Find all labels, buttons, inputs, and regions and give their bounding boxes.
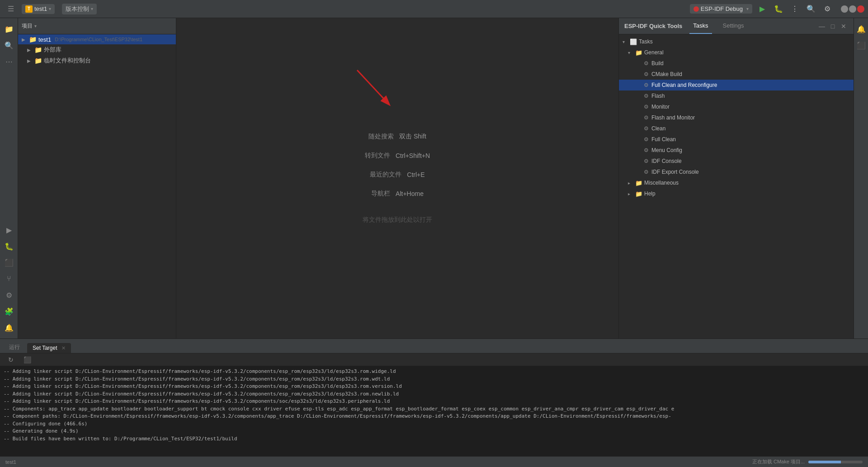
sidebar-item-more[interactable]: ⋯ [2,54,16,69]
panel-close-btn[interactable]: ✕ [839,22,848,31]
tasks-root-arrow: ▾ [623,39,628,44]
right-panel-header: ESP-IDF Quick Tools Tasks Settings — □ ✕ [619,18,854,34]
search-button[interactable]: 🔍 [805,3,817,15]
sidebar-item-plugins[interactable]: 🧩 [2,304,16,319]
task-idf-export-console[interactable]: ▸ ⚙ IDF Export Console [619,167,854,177]
task-build[interactable]: ▸ ⚙ Build [619,58,854,69]
project-selector[interactable]: T test1 ▾ [22,4,55,14]
settings-button[interactable]: ⚙ [821,3,834,15]
sidebar-item-folder[interactable]: 📁 [2,22,16,36]
task-cmake-build[interactable]: ▸ ⚙ CMake Build [619,69,854,80]
title-bar-left: ☰ T test1 ▾ 版本控制 ▾ [4,2,97,16]
task-flash[interactable]: ▸ ⚙ Flash [619,91,854,101]
tasks-miscellaneous-folder[interactable]: ▸ 📁 Miscellaneous [619,177,854,188]
debug-dropdown-icon: ▾ [746,6,749,11]
misc-arrow: ▸ [628,181,633,186]
right-icon-notifications[interactable]: 🔔 [854,22,868,36]
cmake-progress-fill [808,461,841,463]
task-full-clean-reconfigure[interactable]: ▸ ⚙ Full Clean and Reconfigure [619,80,854,91]
tab-settings[interactable]: Settings [719,18,748,34]
more-actions-button[interactable]: ⋮ [788,3,801,15]
cmake-label: CMake Build [651,71,850,77]
tree-item-external-lib[interactable]: ▶ 📁 外部库 [18,44,176,55]
console-line-9: -- Build files have been written to: D:/… [4,435,864,443]
annotation-arrow [348,61,402,115]
right-icon-bar: 🔔 ⬛ [854,18,868,338]
tree-item-test1[interactable]: ▶ 📁 test1 D:\Programme\CLion_Test\ESP32\… [18,34,176,44]
bottom-tab-set-target[interactable]: Set Target ✕ [27,343,71,353]
task-menu-config[interactable]: ▸ ⚙ Menu Config [619,145,854,156]
task-idf-console[interactable]: ▸ ⚙ IDF Console [619,156,854,167]
panel-minimize-btn[interactable]: — [817,22,826,31]
general-folder-icon: 📁 [635,49,642,56]
status-loading-label: 正在加载 CMake 项目... [752,458,805,465]
project-icon: T [25,5,33,13]
project-panel: 项目 ▾ ▶ 📁 test1 D:\Programme\CLion_Test\E… [18,18,176,338]
svg-line-1 [357,70,389,104]
vcs-label: 版本控制 [66,5,89,13]
help-folder-icon: 📁 [635,190,642,197]
task-monitor[interactable]: ▸ ⚙ Monitor [619,101,854,112]
console-line-6: -- Component paths: D:/CLion-Environment… [4,413,864,420]
tree-label-external: 外部库 [44,46,61,54]
console-stop-btn[interactable]: ⬛ [20,353,34,367]
tree-folder-icon-test1: 📁 [29,36,37,43]
status-project[interactable]: test1 [5,459,16,465]
console-output: -- Adding linker script D:/CLion-Environ… [0,366,868,456]
monitor-icon: ⚙ [642,103,650,110]
sidebar-item-terminal[interactable]: ⬛ [2,255,16,270]
close-button[interactable] [857,5,864,13]
debug-button[interactable]: 🐛 [772,3,785,15]
sidebar-item-run[interactable]: ▶ [2,223,16,237]
maximize-button[interactable] [849,5,856,13]
bottom-tabs: 运行 Set Target ✕ [0,339,868,353]
project-panel-dropdown[interactable]: ▾ [34,24,37,29]
project-dropdown-icon: ▾ [49,6,51,11]
sidebar-item-settings[interactable]: ⚙ [2,288,16,302]
sidebar-item-search[interactable]: 🔍 [2,38,16,52]
sidebar-item-notifications[interactable]: 🔔 [2,320,16,335]
fcr-icon: ⚙ [642,81,650,89]
mc-label: Menu Config [651,147,850,153]
fm-label: Flash and Monitor [651,114,850,121]
task-full-clean[interactable]: ▸ ⚙ Full Clean [619,134,854,145]
tasks-root[interactable]: ▾ ⬜ Tasks [619,36,854,47]
debug-config-selector[interactable]: ESP-IDF Debug ▾ [690,4,752,14]
tasks-help-folder[interactable]: ▸ 📁 Help [619,188,854,199]
tree-item-temp-files[interactable]: ▶ 📁 临时文件和控制台 [18,55,176,66]
build-label: Build [651,60,850,67]
sidebar-item-debug[interactable]: 🐛 [2,239,16,253]
navbar-label: 导航栏 [371,190,390,198]
bottom-tab-run[interactable]: 运行 [4,342,25,353]
tree-label-temp: 临时文件和控制台 [44,57,91,65]
panel-expand-btn[interactable]: □ [828,22,837,31]
minimize-button[interactable] [841,5,848,13]
build-icon: ⚙ [642,60,650,67]
sidebar-item-git[interactable]: ⑂ [2,272,16,286]
tab-tasks[interactable]: Tasks [689,18,712,34]
run-button[interactable]: ▶ [756,3,769,15]
set-target-close[interactable]: ✕ [61,345,66,351]
cmake-progress-bar [808,461,863,463]
task-flash-monitor[interactable]: ▸ ⚙ Flash and Monitor [619,112,854,123]
debug-icon [693,6,699,12]
hamburger-menu-icon[interactable]: ☰ [4,2,18,16]
title-bar-right: ESP-IDF Debug ▾ ▶ 🐛 ⋮ 🔍 ⚙ [690,3,864,15]
iec-label: IDF Export Console [651,169,850,175]
search-shortcut-row: 随处搜索 双击 Shift [368,133,426,141]
right-icon-expand[interactable]: ⬛ [854,38,868,52]
console-line-2: -- Adding linker script D:/CLion-Environ… [4,383,864,391]
tasks-tree: ▾ ⬜ Tasks ▾ 📁 General ▸ ⚙ Build ▸ ⚙ CMak… [619,34,854,338]
tree-path-test1: D:\Programme\CLion_Test\ESP32\test1 [55,37,142,42]
search-key: 双击 Shift [399,133,426,141]
console-refresh-btn[interactable]: ↻ [4,353,18,367]
window-controls [841,5,864,13]
help-arrow: ▸ [628,191,633,196]
tasks-general-folder[interactable]: ▾ 📁 General [619,47,854,58]
bottom-panel: 运行 Set Target ✕ ↻ ⬛ -- Adding linker scr… [0,338,868,456]
esp-idf-quick-tools-panel: ESP-IDF Quick Tools Tasks Settings — □ ✕… [618,18,854,338]
mc-icon: ⚙ [642,147,650,154]
task-clean[interactable]: ▸ ⚙ Clean [619,123,854,134]
status-bar: test1 正在加载 CMake 项目... [0,456,868,467]
vcs-selector[interactable]: 版本控制 ▾ [62,4,97,14]
